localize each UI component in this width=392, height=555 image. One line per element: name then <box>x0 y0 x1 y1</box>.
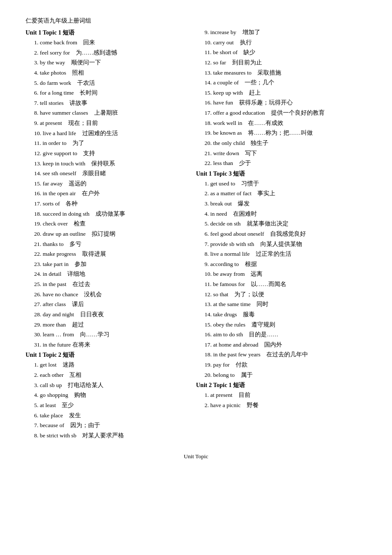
list-item: 20. the only child 独生子 <box>196 138 362 148</box>
list-item: 19. be known as 将……称为；把……叫做 <box>196 128 362 138</box>
left-column: Unit 1 Topic 1 短语 1. come back from 回来 2… <box>26 27 196 440</box>
list-item: 8. live a normal life 过正常的生活 <box>196 249 362 259</box>
main-title: 仁爱英语九年级上册词组 <box>26 17 366 25</box>
list-item: 11. in order to 为了 <box>26 138 192 148</box>
list-item: 17. at home and abroad 国内外 <box>196 340 362 350</box>
list-item: 12. give support to 支持 <box>26 148 192 159</box>
list-item: 17. offer a good education 提供一个良好的教育 <box>196 108 362 118</box>
col1-section-0-heading: Unit 1 Topic 1 短语 <box>26 29 192 37</box>
list-item: 22. make progress 取得进展 <box>26 249 192 259</box>
list-item: 5. decide on sth 就某事做出决定 <box>196 219 362 229</box>
list-item: 2. each other 互相 <box>26 370 192 380</box>
list-item: 9. increase by 增加了 <box>196 27 362 38</box>
list-item: 22. less than 少于 <box>196 158 362 168</box>
list-item: 12. so that 为了；以便 <box>196 289 362 300</box>
col2-section-0-items: 9. increase by 增加了 10. carry out 执行 11. … <box>196 27 362 168</box>
col1-section-2-items: 1. get lost 迷路 2. each other 互相 3. call … <box>26 360 192 440</box>
list-item: 18. succeed in doing sth 成功做某事 <box>26 209 192 219</box>
list-item: 16. have fun 获得乐趣；玩得开心 <box>196 98 362 108</box>
list-item: 13. take measures to 采取措施 <box>196 68 362 78</box>
list-item: 15. far away 遥远的 <box>26 179 192 189</box>
right-column: 9. increase by 增加了 10. carry out 执行 11. … <box>196 27 366 410</box>
list-item: 29. more than 超过 <box>26 320 192 330</box>
list-item: 21. thanks to 多亏 <box>26 239 192 249</box>
col1-section-2: Unit 1 Topic 2 短语 1. get lost 迷路 2. each… <box>26 351 192 440</box>
list-item: 15. obey the rules 遵守规则 <box>196 320 362 330</box>
list-item: 9. at present 现在；目前 <box>26 118 192 128</box>
bottom-note: Unit Topic <box>26 453 366 460</box>
list-item: 4. in need 在困难时 <box>196 209 362 219</box>
list-item: 18. in the past few years 在过去的几年中 <box>196 350 362 360</box>
list-item: 27. after class 课后 <box>26 299 192 309</box>
list-item: 1. get used to 习惯于 <box>196 179 362 189</box>
list-item: 17. sorts of 各种 <box>26 199 192 209</box>
col1-section-0-items: 1. come back from 回来 2. feel sorry for 为… <box>26 38 192 219</box>
list-item: 3. by the way 顺便问一下 <box>26 58 192 68</box>
unit-topic-label: Unit Topic <box>184 453 208 460</box>
list-item: 7. tell stories 讲故事 <box>26 98 192 108</box>
list-item: 15. keep up with 赶上 <box>196 88 362 98</box>
col2-section-2: Unit 2 Topic 1 短语 1. at present 目前 2. ha… <box>196 382 362 410</box>
list-item: 2. have a picnic 野餐 <box>196 400 362 410</box>
col1-section-0: Unit 1 Topic 1 短语 1. come back from 回来 2… <box>26 29 192 219</box>
list-item: 25. in the past 在过去 <box>26 279 192 289</box>
col2-section-1: Unit 1 Topic 3 短语 1. get used to 习惯于 2. … <box>196 170 362 380</box>
list-item: 13. keep in touch with 保持联系 <box>26 159 192 169</box>
col1-section-1: 19. check over 检查 20. draw up an outline… <box>26 219 192 350</box>
list-item: 14. a couple of 一些；几个 <box>196 78 362 88</box>
list-item: 8. be strict with sb 对某人要求严格 <box>26 431 192 441</box>
list-item: 12. so far 到目前为止 <box>196 58 362 68</box>
list-item: 6. take place 发生 <box>26 410 192 421</box>
list-item: 1. at present 目前 <box>196 390 362 400</box>
list-item: 21. write down 写下 <box>196 148 362 159</box>
list-item: 19. pay for 付款 <box>196 360 362 370</box>
list-item: 10. be away from 远离 <box>196 269 362 279</box>
list-item: 7. provide sb with sth 向某人提供某物 <box>196 239 362 249</box>
col2-section-0: 9. increase by 增加了 10. carry out 执行 11. … <box>196 27 362 168</box>
list-item: 9. according to 根据 <box>196 259 362 269</box>
list-item: 5. do farm work 干农活 <box>26 78 192 88</box>
list-item: 11. be famous for 以……而闻名 <box>196 279 362 289</box>
list-item: 13. at the same time 同时 <box>196 299 362 309</box>
list-item: 14. see sth oneself 亲眼目睹 <box>26 168 192 179</box>
list-item: 28. day and night 日日夜夜 <box>26 309 192 320</box>
list-item: 4. go shopping 购物 <box>26 390 192 400</box>
list-item: 2. as a matter of fact 事实上 <box>196 188 362 199</box>
list-item: 1. come back from 回来 <box>26 38 192 48</box>
list-item: 3. call sb up 打电话给某人 <box>26 380 192 390</box>
list-item: 18. work well in 在……有成效 <box>196 118 362 128</box>
list-item: 20. draw up an outline 拟订提纲 <box>26 229 192 239</box>
list-item: 4. take photos 照相 <box>26 68 192 78</box>
list-item: 19. check over 检查 <box>26 219 192 229</box>
col2-section-2-heading: Unit 2 Topic 1 短语 <box>196 382 362 389</box>
list-item: 6. for a long time 长时间 <box>26 88 192 98</box>
col1-section-2-heading: Unit 1 Topic 2 短语 <box>26 351 192 359</box>
list-item: 23. take part in 参加 <box>26 259 192 269</box>
list-item: 6. feel good about oneself 自我感觉良好 <box>196 229 362 239</box>
list-item: 16. in the open air 在户外 <box>26 188 192 199</box>
page-container: 仁爱英语九年级上册词组 Unit 1 Topic 1 短语 1. come ba… <box>26 17 366 460</box>
list-item: 1. get lost 迷路 <box>26 360 192 370</box>
list-item: 10. carry out 执行 <box>196 38 362 48</box>
list-item: 2. feel sorry for 为……感到遗憾 <box>26 48 192 58</box>
list-item: 26. have no chance 没机会 <box>26 289 192 300</box>
list-item: 16. aim to do sth 目的是…… <box>196 330 362 340</box>
list-item: 14. take drugs 服毒 <box>196 309 362 320</box>
col2-section-2-items: 1. at present 目前 2. have a picnic 野餐 <box>196 390 362 410</box>
list-item: 8. have summer classes 上暑期班 <box>26 108 192 118</box>
list-item: 20. belong to 属于 <box>196 370 362 380</box>
col2-section-1-items: 1. get used to 习惯于 2. as a matter of fac… <box>196 179 362 380</box>
list-item: 24. in detail 详细地 <box>26 269 192 279</box>
list-item: 10. live a hard life 过困难的生活 <box>26 128 192 139</box>
col2-section-1-heading: Unit 1 Topic 3 短语 <box>196 170 362 178</box>
list-item: 30. learn … from 向……学习 <box>26 330 192 340</box>
list-item: 5. at least 至少 <box>26 400 192 410</box>
list-item: 3. break out 爆发 <box>196 199 362 209</box>
col1-section-1-items: 19. check over 检查 20. draw up an outline… <box>26 219 192 350</box>
list-item: 11. be short of 缺少 <box>196 47 362 58</box>
list-item: 31. in the future 在将来 <box>26 340 192 350</box>
list-item: 7. because of 因为；由于 <box>26 420 192 431</box>
